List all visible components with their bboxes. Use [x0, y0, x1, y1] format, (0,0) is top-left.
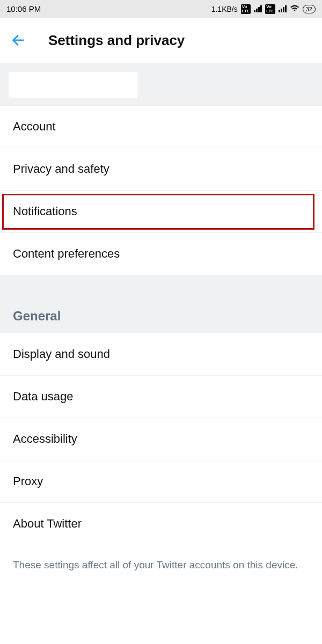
highlight-container: Notifications	[0, 191, 322, 233]
volte-icon-1: VoLTE	[241, 4, 251, 14]
account-selector[interactable]	[9, 72, 137, 98]
settings-item-about[interactable]: About Twitter	[0, 503, 322, 545]
settings-item-account[interactable]: Account	[0, 106, 322, 148]
settings-item-accessibility[interactable]: Accessibility	[0, 418, 322, 460]
settings-item-privacy[interactable]: Privacy and safety	[0, 148, 322, 191]
footer-note: These settings affect all of your Twitte…	[0, 545, 322, 586]
wifi-icon	[290, 4, 299, 14]
settings-item-data[interactable]: Data usage	[0, 376, 322, 418]
settings-item-proxy[interactable]: Proxy	[0, 460, 322, 503]
status-time: 10:06 PM	[6, 4, 41, 13]
app-bar: Settings and privacy	[0, 18, 322, 63]
settings-item-content[interactable]: Content preferences	[0, 233, 322, 275]
settings-item-display[interactable]: Display and sound	[0, 333, 322, 376]
account-selector-section	[0, 63, 322, 106]
settings-item-notifications[interactable]: Notifications	[0, 191, 322, 233]
status-bar: 10:06 PM 1.1KB/s VoLTE VoLTE 32	[0, 0, 322, 18]
signal-icon-1	[254, 5, 262, 12]
status-indicators: 1.1KB/s VoLTE VoLTE 32	[211, 4, 316, 14]
back-arrow-icon[interactable]	[11, 33, 32, 48]
volte-icon-2: VoLTE	[265, 4, 275, 14]
signal-icon-2	[279, 5, 287, 12]
network-speed: 1.1KB/s	[211, 5, 238, 13]
section-header-general: General	[0, 275, 322, 333]
battery-indicator: 32	[303, 5, 316, 13]
page-title: Settings and privacy	[48, 32, 185, 49]
